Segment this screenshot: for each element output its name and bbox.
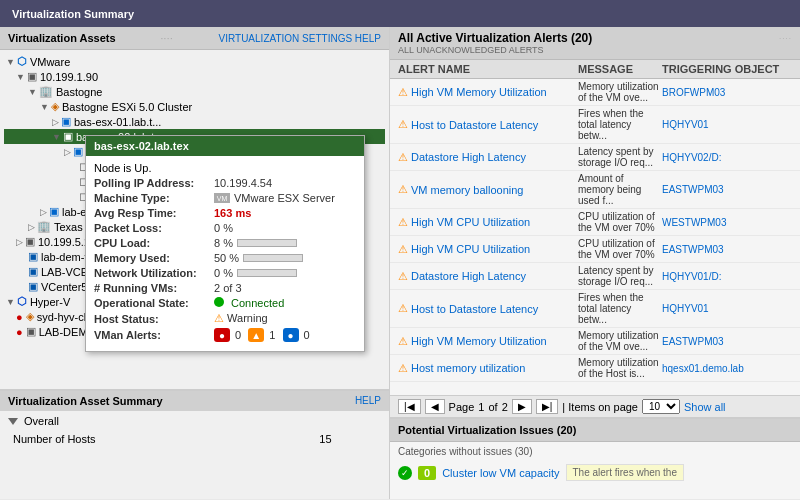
cpu-load-value: 8 %: [214, 237, 356, 249]
warn-icon: ⚠: [398, 118, 408, 131]
tooltip-packet-row: Packet Loss: 0 %: [94, 222, 356, 234]
expand-icon: ▼: [52, 132, 61, 142]
alert-message: Latency spent by storage I/O req...: [578, 265, 662, 287]
tooltip-avg-resp-row: Avg Resp Time: 163 ms: [94, 207, 356, 219]
warn-icon: ⚠: [398, 302, 408, 315]
last-page-button[interactable]: ▶|: [536, 399, 559, 414]
memory-used-label: Memory Used:: [94, 252, 214, 264]
alert-row: ⚠Host to Datastore Latency Fires when th…: [390, 290, 800, 328]
alert-message: Amount of memory being used f...: [578, 173, 662, 206]
alert-trigger[interactable]: HQHYV01/D:: [662, 271, 792, 282]
table-row: Number of Hosts 15: [10, 432, 379, 446]
main-container: Virtualization Summary Virtualization As…: [0, 0, 800, 499]
vcenter-icon: ▣: [28, 250, 38, 263]
assets-links[interactable]: VIRTUALIZATION SETTINGS HELP: [219, 33, 381, 44]
tooltip-node-status-row: Node is Up.: [94, 162, 356, 174]
vcenter-icon: ▣: [28, 280, 38, 293]
host-status-value: ⚠ Warning: [214, 312, 356, 325]
vman-label: VMan Alerts:: [94, 329, 214, 341]
right-panel: All Active Virtualization Alerts (20) ··…: [390, 27, 800, 499]
alert-trigger[interactable]: EASTWPM03: [662, 184, 792, 195]
machine-type-label: Machine Type:: [94, 192, 214, 204]
cluster-icon: ◈: [26, 310, 34, 323]
next-page-button[interactable]: ▶: [512, 399, 532, 414]
node-status-text: Node is Up.: [94, 162, 151, 174]
operational-value: Connected: [214, 297, 356, 309]
issues-item-link[interactable]: Cluster low VM capacity: [442, 467, 559, 479]
issues-count-badge: 0: [418, 466, 436, 480]
alert-message: Memory utilization of the VM ove...: [578, 330, 662, 352]
asset-summary-section: Virtualization Asset Summary HELP Overal…: [0, 389, 389, 499]
expand-icon: ▼: [16, 72, 25, 82]
alert-name-link[interactable]: ⚠Host to Datastore Latency: [398, 118, 578, 131]
issues-detail-text: The alert fires when the: [566, 464, 685, 481]
issues-subtitle: Categories without issues (30): [398, 446, 533, 457]
alerts-header: All Active Virtualization Alerts (20) ··…: [390, 27, 800, 60]
tooltip-host-status-row: Host Status: ⚠ Warning: [94, 312, 356, 325]
assets-panel-header: Virtualization Assets ···· VIRTUALIZATIO…: [0, 27, 389, 50]
alert-name-link[interactable]: ⚠Host memory utilization: [398, 362, 578, 375]
overall-row: Overall: [8, 415, 381, 427]
connected-status-icon: [214, 297, 224, 307]
alert-row: ⚠VM memory ballooning Amount of memory b…: [390, 171, 800, 209]
show-all-link[interactable]: Show all: [684, 401, 726, 413]
alert-message: Fires when the total latency betw...: [578, 108, 662, 141]
alert-name-link[interactable]: ⚠High VM CPU Utilization: [398, 243, 578, 256]
summary-help-link[interactable]: HELP: [355, 395, 381, 407]
expand-icon: ▷: [52, 117, 59, 127]
alert-trigger[interactable]: HQHYV01: [662, 119, 792, 130]
avg-resp-label: Avg Resp Time:: [94, 207, 214, 219]
vman-value: ● 0 ▲ 1 ● 0: [214, 328, 356, 342]
alert-name-link[interactable]: ⚠VM memory ballooning: [398, 183, 578, 196]
tree-item-vmware[interactable]: ▼ ⬡ VMware: [4, 54, 385, 69]
tooltip-cpu-row: CPU Load: 8 %: [94, 237, 356, 249]
alert-name-link[interactable]: ⚠Host to Datastore Latency: [398, 302, 578, 315]
alert-name-link[interactable]: ⚠High VM Memory Utilization: [398, 86, 578, 99]
alert-name-link[interactable]: ⚠High VM CPU Utilization: [398, 216, 578, 229]
items-per-page-select[interactable]: 10 25 50: [642, 399, 680, 414]
warn-icon: ⚠: [398, 335, 408, 348]
alert-trigger[interactable]: BROFWPM03: [662, 87, 792, 98]
host-icon: ▣: [63, 130, 73, 143]
alert-trigger[interactable]: EASTWPM03: [662, 336, 792, 347]
tooltip-header: bas-esx-02.lab.tex: [86, 136, 364, 156]
tooltip-machine-row: Machine Type: VM VMware ESX Server: [94, 192, 356, 204]
tree-item-bastogne-cluster[interactable]: ▼ ◈ Bastogne ESXi 5.0 Cluster: [4, 99, 385, 114]
first-page-button[interactable]: |◀: [398, 399, 421, 414]
summary-content: Overall Number of Hosts 15: [0, 411, 389, 452]
host-status-label: Host Status:: [94, 313, 214, 325]
alert-trigger[interactable]: HQHYV01: [662, 303, 792, 314]
tooltip-operational-row: Operational State: Connected: [94, 297, 356, 309]
packet-loss-label: Packet Loss:: [94, 222, 214, 234]
expand-icon: ▼: [6, 57, 15, 67]
alert-trigger[interactable]: EASTWPM03: [662, 244, 792, 255]
alert-name-link[interactable]: ⚠High VM Memory Utilization: [398, 335, 578, 348]
drag-handle-right: ····: [779, 34, 792, 43]
alert-message: CPU utilization of the VM over 70%: [578, 238, 662, 260]
host-icon: ▣: [61, 115, 71, 128]
tooltip-network-row: Network Utilization: 0 %: [94, 267, 356, 279]
alert-trigger[interactable]: hqesx01.demo.lab: [662, 363, 792, 374]
alert-trigger[interactable]: HQHYV02/D:: [662, 152, 792, 163]
tooltip-memory-row: Memory Used: 50 %: [94, 252, 356, 264]
tree-item-bas-esx-01[interactable]: ▷ ▣ bas-esx-01.lab.t...: [4, 114, 385, 129]
alert-message: Fires when the total latency betw...: [578, 292, 662, 325]
tree-item-bastogne[interactable]: ▼ 🏢 Bastogne: [4, 84, 385, 99]
overall-label: Overall: [24, 415, 59, 427]
tooltip-running-vms-row: # Running VMs: 2 of 3: [94, 282, 356, 294]
expand-icon: ▼: [40, 102, 49, 112]
alert-row: ⚠Host memory utilization Memory utilizat…: [390, 355, 800, 382]
cluster-icon: ◈: [51, 100, 59, 113]
alert-name-link[interactable]: ⚠Datastore High Latency: [398, 270, 578, 283]
network-util-label: Network Utilization:: [94, 267, 214, 279]
total-pages: 2: [502, 401, 508, 413]
collapse-icon[interactable]: [8, 418, 18, 425]
check-circle-icon: ✓: [398, 466, 412, 480]
alert-trigger[interactable]: WESTWPM03: [662, 217, 792, 228]
prev-page-button[interactable]: ◀: [425, 399, 445, 414]
expand-icon: ▷: [16, 237, 23, 247]
alert-name-link[interactable]: ⚠Datastore High Latency: [398, 151, 578, 164]
issues-content: Categories without issues (30): [390, 442, 800, 461]
status-icon-red: ●: [16, 311, 23, 323]
tree-item-ip1[interactable]: ▼ ▣ 10.199.1.90: [4, 69, 385, 84]
